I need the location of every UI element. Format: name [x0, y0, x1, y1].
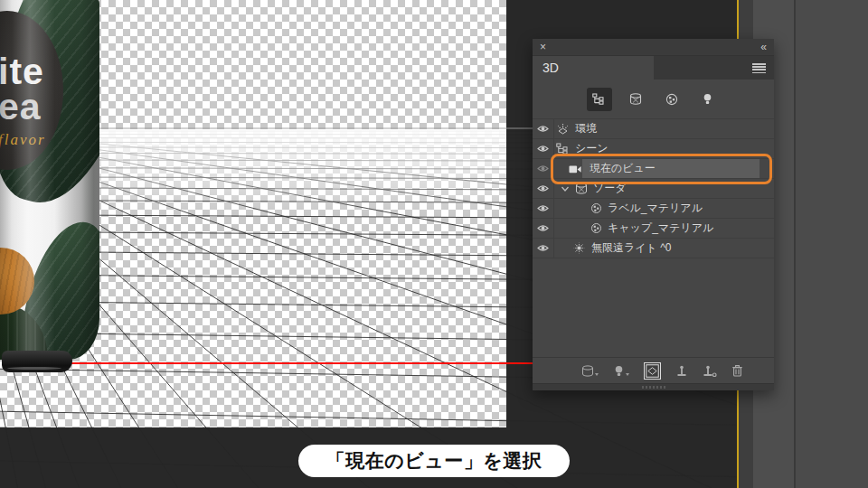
visibility-eye-icon[interactable]: [533, 199, 554, 218]
3d-panel-tab-bar: 3D: [533, 56, 774, 80]
3d-panel-header: × «: [533, 39, 774, 56]
current-view-selected-field[interactable]: 現在のビュー: [582, 159, 760, 178]
row-label: ラベル_マテリアル: [608, 201, 703, 216]
chevron-down-icon[interactable]: [561, 185, 570, 192]
row-label: キャップ_マテリアル: [608, 221, 713, 236]
app-background: [796, 0, 868, 488]
ground-plane-toggle-button[interactable]: [644, 362, 661, 380]
scene-icon: [556, 143, 570, 155]
tab-3d[interactable]: 3D: [533, 56, 654, 80]
row-environment[interactable]: 環境: [533, 119, 774, 139]
row-label: 環境: [575, 121, 597, 136]
dropdown-caret-icon: [626, 373, 629, 376]
filter-lights-button[interactable]: [695, 88, 721, 111]
3d-panel-toolbar: [533, 357, 774, 383]
environment-icon: [556, 123, 570, 135]
filter-materials-button[interactable]: [659, 88, 684, 111]
mesh-cylinder-icon: [575, 183, 588, 194]
row-label: シーン: [575, 141, 609, 156]
row-scene[interactable]: シーン: [533, 139, 774, 159]
visibility-eye-icon[interactable]: [533, 139, 554, 158]
soda-can-base: [2, 351, 72, 372]
row-cap-material[interactable]: キャップ_マテリアル: [533, 219, 774, 239]
visibility-eye-icon[interactable]: [533, 179, 554, 198]
row-current-view[interactable]: 現在のビュー: [533, 159, 774, 179]
3d-panel: × « 3D: [533, 39, 774, 390]
collapse-panel-icon[interactable]: «: [760, 42, 767, 52]
pin-light-button[interactable]: [675, 365, 688, 377]
ground-plane-red-line: [61, 362, 533, 364]
material-sphere-icon: [590, 202, 602, 214]
pin-light-alt-button[interactable]: [703, 365, 717, 377]
photoshop-workspace: ite ea flavor 「現在のビュー」を選択 × « 3D: [0, 0, 868, 488]
3d-scene-tree: 環境: [533, 118, 774, 258]
visibility-eye-icon[interactable]: [533, 159, 554, 178]
can-label-line3: flavor: [0, 125, 46, 147]
filter-meshes-button[interactable]: [623, 88, 648, 111]
material-sphere-icon: [590, 222, 602, 234]
visibility-eye-icon[interactable]: [533, 239, 554, 258]
row-infinite-light[interactable]: 無限遠ライト ^0: [533, 239, 774, 258]
row-label: 現在のビュー: [590, 161, 656, 176]
close-icon[interactable]: ×: [540, 42, 546, 52]
instruction-caption: 「現在のビュー」を選択: [298, 445, 570, 477]
delete-button[interactable]: [731, 364, 743, 377]
filter-whole-scene-button[interactable]: [587, 88, 612, 111]
visibility-eye-icon[interactable]: [533, 119, 554, 138]
visibility-eye-icon[interactable]: [533, 219, 554, 238]
can-label-line1: ite: [0, 54, 46, 89]
row-soda-mesh[interactable]: ソーダ: [533, 179, 774, 199]
soda-can-object[interactable]: ite ea flavor: [0, 0, 99, 360]
dropdown-caret-icon: [595, 373, 599, 376]
infinite-light-icon: [572, 242, 586, 254]
row-label: ソーダ: [593, 181, 627, 196]
add-light-menu-button[interactable]: [613, 365, 629, 377]
add-mesh-menu-button[interactable]: [581, 365, 599, 377]
can-label-line2: ea: [0, 89, 46, 125]
row-label: 無限遠ライト ^0: [591, 240, 671, 256]
panel-resize-grip[interactable]: [533, 383, 774, 390]
panel-menu-icon[interactable]: [752, 63, 766, 73]
row-label-material[interactable]: ラベル_マテリアル: [533, 199, 774, 219]
3d-filter-bar: [533, 80, 774, 118]
instruction-caption-text: 「現在のビュー」を選択: [326, 448, 542, 474]
camera-icon: [569, 164, 582, 174]
